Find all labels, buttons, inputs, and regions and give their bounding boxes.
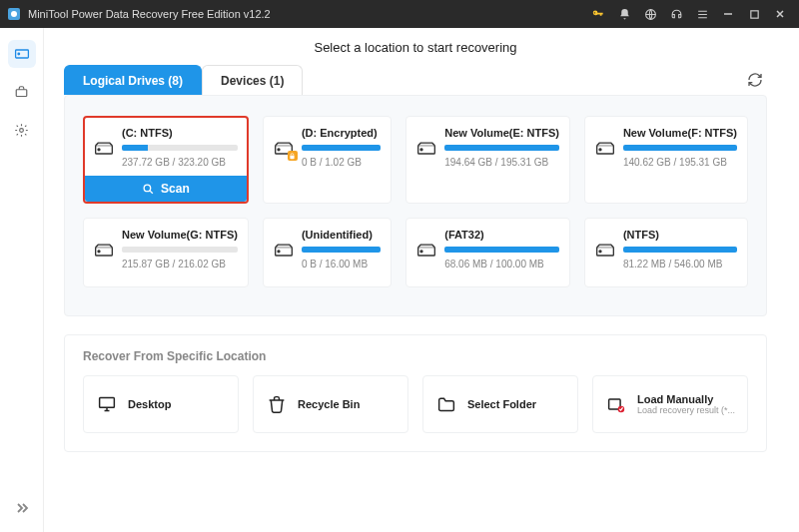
app-logo-icon [6, 6, 22, 22]
svg-point-26 [599, 251, 601, 253]
svg-point-2 [594, 12, 595, 13]
drive-name: New Volume(F: NTFS) [623, 127, 737, 139]
location-card-desktop[interactable]: Desktop [83, 375, 239, 433]
sidebar [0, 28, 44, 532]
window-title: MiniTool Power Data Recovery Free Editio… [28, 8, 585, 20]
tab-logical-label: Logical Drives (8) [83, 74, 183, 88]
usage-bar [302, 145, 381, 151]
svg-point-20 [98, 251, 100, 253]
usage-bar [302, 247, 381, 253]
globe-icon[interactable] [639, 3, 661, 25]
scan-button[interactable]: Scan [85, 176, 247, 202]
svg-point-1 [11, 11, 17, 17]
disk-icon [595, 141, 615, 157]
disk-icon [416, 243, 436, 259]
location-label: Recycle Bin [298, 398, 360, 410]
drive-size: 194.64 GB / 195.31 GB [444, 157, 559, 168]
usage-bar [444, 247, 559, 253]
location-card-recycle[interactable]: Recycle Bin [253, 375, 408, 433]
svg-point-11 [144, 185, 151, 192]
svg-point-18 [599, 149, 601, 151]
drive-card[interactable]: (D: Encrypted) 0 B / 1.02 GB [263, 116, 392, 204]
svg-point-24 [420, 251, 422, 253]
sidebar-expand-icon[interactable] [8, 494, 36, 522]
drive-name: New Volume(E: NTFS) [444, 127, 559, 139]
disk-icon [595, 243, 615, 259]
recycle-icon [266, 393, 288, 415]
load-icon [605, 393, 627, 415]
svg-point-6 [18, 53, 20, 55]
svg-point-8 [20, 128, 24, 132]
desktop-icon [96, 393, 118, 415]
drive-size: 81.22 MB / 546.00 MB [623, 259, 737, 269]
drive-size: 68.06 MB / 100.00 MB [444, 259, 559, 269]
content-area: Select a location to start recovering Lo… [44, 28, 799, 532]
drive-name: (C: NTFS) [122, 127, 238, 139]
svg-rect-27 [100, 397, 115, 407]
tab-devices-label: Devices (1) [221, 74, 284, 88]
disk-icon [94, 141, 114, 157]
location-card-folder[interactable]: Select Folder [422, 375, 578, 433]
svg-point-10 [98, 149, 100, 151]
refresh-button[interactable] [743, 68, 767, 92]
minimize-button[interactable] [717, 3, 739, 25]
disk-icon [416, 141, 436, 157]
location-label: Desktop [128, 398, 171, 410]
svg-rect-14 [291, 155, 295, 159]
usage-bar [122, 247, 238, 253]
titlebar: MiniTool Power Data Recovery Free Editio… [0, 0, 799, 28]
svg-rect-7 [16, 90, 27, 97]
drive-card[interactable]: New Volume(E: NTFS) 194.64 GB / 195.31 G… [405, 116, 570, 204]
drive-card[interactable]: (C: NTFS) 237.72 GB / 323.20 GB Scan [83, 116, 249, 204]
svg-rect-4 [750, 10, 757, 17]
drive-name: (Unidentified) [302, 229, 381, 241]
menu-icon[interactable] [691, 3, 713, 25]
tab-devices[interactable]: Devices (1) [202, 65, 303, 95]
sidebar-toolbox-icon[interactable] [8, 78, 36, 106]
drive-name: (D: Encrypted) [302, 127, 381, 139]
specific-location-panel: Recover From Specific Location Desktop R… [64, 334, 767, 452]
drive-name: (FAT32) [444, 229, 559, 241]
drive-name: (NTFS) [623, 229, 737, 241]
sidebar-recover-icon[interactable] [8, 40, 36, 68]
sidebar-settings-icon[interactable] [8, 116, 36, 144]
disk-icon [274, 243, 294, 259]
scan-label: Scan [161, 182, 190, 196]
location-label: Load Manually [637, 393, 735, 405]
usage-bar [623, 247, 737, 253]
usage-bar [623, 145, 737, 151]
svg-point-22 [278, 251, 280, 253]
maximize-button[interactable] [743, 3, 765, 25]
specific-location-title: Recover From Specific Location [83, 349, 748, 363]
drive-size: 0 B / 16.00 MB [302, 259, 381, 269]
drive-size: 237.72 GB / 323.20 GB [122, 157, 238, 168]
disk-icon [94, 243, 114, 259]
drive-card[interactable]: (NTFS) 81.22 MB / 546.00 MB [584, 218, 748, 287]
tab-row: Logical Drives (8) Devices (1) [44, 65, 787, 95]
drive-size: 0 B / 1.02 GB [302, 157, 381, 168]
location-label: Select Folder [467, 398, 536, 410]
usage-bar [122, 145, 238, 151]
location-sub: Load recovery result (*... [637, 405, 735, 415]
drive-card[interactable]: New Volume(F: NTFS) 140.62 GB / 195.31 G… [584, 116, 748, 204]
drive-size: 215.87 GB / 216.02 GB [122, 259, 238, 269]
drive-card[interactable]: New Volume(G: NTFS) 215.87 GB / 216.02 G… [83, 218, 249, 287]
disk-icon [274, 141, 294, 157]
drive-name: New Volume(G: NTFS) [122, 229, 238, 241]
svg-point-16 [420, 149, 422, 151]
tab-logical-drives[interactable]: Logical Drives (8) [64, 65, 202, 95]
usage-bar [444, 145, 559, 151]
drives-panel: (C: NTFS) 237.72 GB / 323.20 GB Scan (D:… [64, 95, 767, 316]
location-card-load[interactable]: Load Manually Load recovery result (*... [592, 375, 748, 433]
svg-point-13 [278, 149, 280, 151]
support-icon[interactable] [665, 3, 687, 25]
close-button[interactable] [769, 3, 791, 25]
drive-size: 140.62 GB / 195.31 GB [623, 157, 737, 168]
drive-card[interactable]: (Unidentified) 0 B / 16.00 MB [263, 218, 392, 287]
drive-card[interactable]: (FAT32) 68.06 MB / 100.00 MB [405, 218, 570, 287]
page-title: Select a location to start recovering [44, 28, 787, 65]
notifications-icon[interactable] [613, 3, 635, 25]
folder-icon [435, 393, 457, 415]
upgrade-key-icon[interactable] [587, 3, 609, 25]
